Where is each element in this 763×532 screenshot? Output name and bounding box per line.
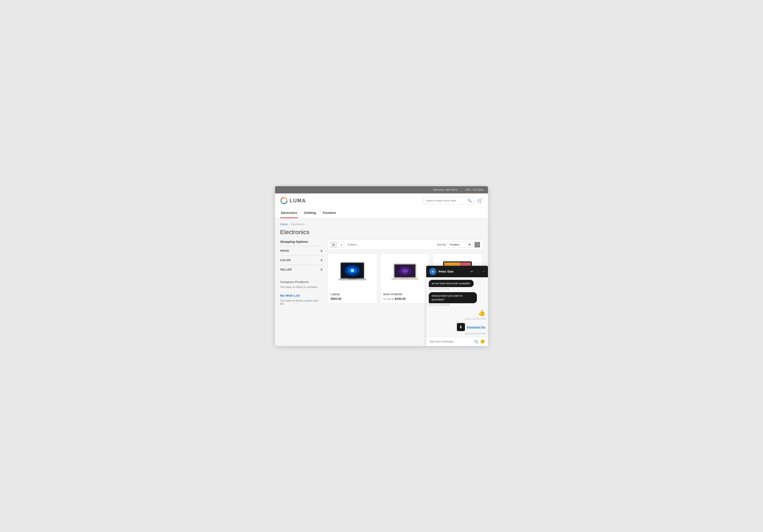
chat-avatar: W — [429, 268, 436, 275]
download-file-label: Download File — [467, 325, 486, 329]
chat-message-input[interactable] — [429, 340, 472, 343]
product-name-laptop: Laptop — [331, 292, 374, 296]
svg-text:W: W — [432, 270, 434, 273]
as-low-as-label: As low as — [383, 298, 395, 301]
breadcrumb-current: Electronics — [291, 222, 305, 226]
filter-price[interactable]: PRICE ∨ — [280, 246, 323, 255]
logo-icon — [280, 197, 288, 205]
message-1: ye we have discounts available. 2023-12-… — [429, 280, 486, 290]
product-price-asus: As low as $100.00 — [383, 297, 427, 301]
currency-selector[interactable]: USD - US Dollar — [465, 188, 484, 191]
search-icon[interactable]: 🔍 — [468, 199, 472, 203]
svg-point-18 — [402, 269, 408, 273]
product-image-laptop — [331, 256, 374, 290]
filter-color-chevron: ∨ — [320, 258, 323, 262]
chat-menu-button[interactable]: ⋮ — [476, 269, 480, 274]
wishlist-section: My Wish List You have no items in your w… — [280, 294, 323, 306]
filter-seller-label: SELLER — [280, 268, 292, 271]
nav-item-furniture[interactable]: Furniture — [322, 208, 337, 218]
list-view-button[interactable]: ≡ — [338, 242, 344, 248]
toolbar-left: ⊞ ≡ 6 Items — [331, 242, 357, 248]
products-toolbar: ⊞ ≡ 6 Items Sort By Position Product Nam… — [328, 240, 483, 250]
chat-widget: W Peter Doe ↩ ⋮ − ye we have discounts a… — [426, 266, 488, 346]
sort-label: Sort By — [437, 243, 446, 246]
product-card-asus[interactable]: asus computer As low as $100.00 — [381, 253, 430, 303]
filter-price-chevron: ∨ — [320, 249, 323, 253]
nav-item-clothing[interactable]: Clothing — [303, 208, 317, 218]
wishlist-empty-text: You have no items in your wish list. — [280, 299, 323, 306]
message-3: 👍 2023-12-19 03:12 PM — [429, 309, 486, 320]
product-price-laptop: $500.00 — [331, 297, 374, 301]
filter-seller-chevron: ∨ — [320, 267, 323, 272]
chat-avatar-icon: W — [429, 268, 436, 275]
message-bubble-2: what product you want to purchase? — [429, 292, 477, 303]
chat-header: W Peter Doe ↩ ⋮ − — [426, 266, 488, 277]
browser-window: Welcome, John Wick! | USD - US Dollar LU… — [275, 186, 488, 346]
chat-reply-button[interactable]: ↩ — [470, 269, 474, 274]
logo[interactable]: LUMA — [280, 197, 306, 205]
compare-empty-text: You have no items to compare. — [280, 285, 323, 289]
chat-input-area: 📎 🙂 — [426, 337, 488, 346]
filter-color[interactable]: COLOR ∨ — [280, 255, 323, 265]
chat-user-name: Peter Doe — [439, 270, 468, 273]
message-file-4: ⬇ Download File — [457, 322, 486, 332]
breadcrumb-home[interactable]: Home — [280, 222, 287, 226]
navigation: Electronics Clothing Furniture — [275, 208, 488, 218]
download-icon: ⬇ — [457, 323, 465, 331]
header: LUMA 🔍 🛒 — [275, 193, 488, 208]
sidebar: Shopping Options PRICE ∨ COLOR ∨ SELLER … — [280, 240, 323, 306]
message-emoji-3: 👍 — [478, 309, 486, 316]
shopping-options-title: Shopping Options — [280, 240, 323, 243]
product-card-laptop[interactable]: Laptop $500.00 — [328, 253, 377, 303]
breadcrumb: Home › Electronics — [280, 222, 483, 226]
grid-view-button[interactable]: ⊞ — [331, 242, 337, 248]
chat-minimize-button[interactable]: − — [482, 269, 485, 274]
message-time-3: 2023-12-19 03:12 PM — [465, 318, 486, 320]
search-box[interactable]: 🔍 — [423, 197, 475, 204]
chat-actions: ↩ ⋮ − — [470, 269, 485, 274]
item-count: 6 Items — [348, 243, 357, 246]
wishlist-title: My Wish List — [280, 294, 323, 297]
sort-asc-button[interactable]: ↑ — [475, 242, 480, 247]
compare-title: Compare Products — [280, 280, 323, 284]
message-time-4: 2023-12-19 03:24 PM — [465, 333, 486, 335]
welcome-text: Welcome, John Wick! — [433, 188, 458, 191]
cart-icon[interactable]: 🛒 — [477, 198, 483, 204]
message-2: what product you want to purchase? 2023-… — [429, 292, 486, 306]
nav-item-electronics[interactable]: Electronics — [280, 208, 298, 218]
search-input[interactable] — [426, 199, 466, 202]
asus-image-svg — [389, 259, 421, 287]
download-file-button[interactable]: ⬇ Download File — [457, 322, 486, 332]
svg-rect-10 — [353, 271, 354, 272]
svg-rect-8 — [353, 269, 354, 270]
message-bubble-1: ye we have discounts available. — [429, 280, 474, 287]
svg-rect-7 — [351, 269, 352, 270]
wishlist-your-link[interactable]: your — [306, 299, 312, 302]
page-title: Electronics — [280, 229, 483, 235]
attachment-icon[interactable]: 📎 — [474, 339, 479, 344]
filter-price-label: PRICE — [280, 249, 289, 252]
emoji-icon[interactable]: 🙂 — [480, 339, 485, 344]
message-time-2: 2023-12-19 03:10 PM — [429, 304, 449, 306]
filter-color-label: COLOR — [280, 259, 290, 262]
chat-messages: ye we have discounts available. 2023-12-… — [426, 277, 488, 337]
toolbar-right: Sort By Position Product Name Price ↑ — [437, 242, 480, 247]
compare-section: Compare Products You have no items to co… — [280, 280, 323, 289]
product-name-asus: asus computer — [383, 292, 427, 296]
message-4: ⬇ Download File 2023-12-19 03:24 PM — [429, 322, 486, 335]
svg-rect-21 — [401, 278, 409, 279]
logo-text: LUMA — [289, 198, 306, 204]
top-bar: Welcome, John Wick! | USD - US Dollar — [275, 186, 488, 193]
laptop-image-svg — [336, 259, 368, 287]
message-time-1: 2023-12-19 03:10 PM — [429, 288, 449, 290]
svg-rect-9 — [351, 271, 352, 272]
svg-rect-13 — [348, 279, 357, 279]
sort-select[interactable]: Position Product Name Price — [448, 242, 473, 247]
filter-seller[interactable]: SELLER ∨ — [280, 265, 323, 274]
header-right: 🔍 🛒 — [423, 197, 483, 204]
product-image-asus — [383, 256, 427, 290]
